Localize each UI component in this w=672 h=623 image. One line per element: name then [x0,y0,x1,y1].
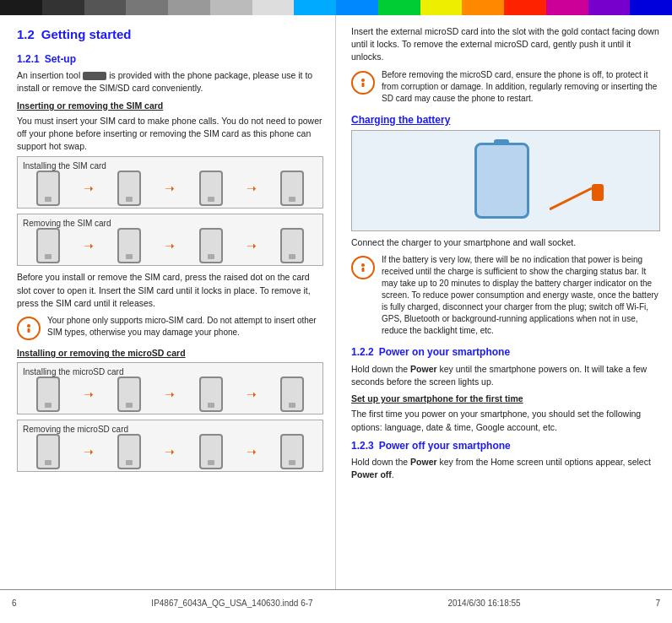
removing-sim-label: Removing the SIM card [23,218,111,230]
phone-icon-7 [199,228,223,263]
footer-datetime: 2014/6/30 16:18:55 [447,599,520,608]
section22-sub-text: The first time you power on your smartph… [351,408,660,433]
installing-sim-box: Installing the SIM card ➝ ➝ ➝ [17,156,323,209]
color-seg-16 [630,0,672,15]
section23-title: Power off your smartphone [379,439,511,453]
inserting-header: Inserting or removing the SIM card [17,100,323,112]
battery-tip-text: If the battery is very low, there will b… [382,254,660,337]
phone-icon-13 [36,434,60,469]
phone-icon-8 [280,228,304,263]
footer: 6 IP4867_6043A_QG_USA_140630.indd 6-7 20… [0,589,672,616]
right-column: Insert the external microSD card into th… [336,15,672,589]
phone-icon-6 [117,228,141,263]
color-seg-12 [462,0,504,15]
color-seg-2 [42,0,84,15]
removing-microsd-box: Removing the microSD card ➝ ➝ ➝ [17,420,323,472]
microsd-header: Installing or removing the microSD card [17,347,323,360]
arrow-10: ➝ [84,443,94,460]
svg-rect-7 [362,268,365,272]
tip-icon-3 [351,256,375,279]
info-icon [22,322,35,335]
arrow-7: ➝ [84,386,94,403]
section22-subheader: Set up your smartphone for the first tim… [351,393,660,405]
arrow-12: ➝ [247,443,257,460]
phone-icon-16 [280,434,304,469]
color-seg-15 [588,0,631,15]
page-number-left: 6 [12,599,17,608]
svg-point-6 [361,263,365,267]
svg-rect-1 [28,328,30,333]
installing-microsd-box: Installing the microSD card ➝ ➝ ➝ [17,362,323,414]
arrow-5: ➝ [165,237,175,254]
section23-number: 1.2.3 [351,439,374,453]
color-seg-7 [252,0,295,15]
phone-icon-10 [117,377,141,412]
left-column: 1.2 Getting started 1.2.1 Set-up An inse… [0,15,336,589]
arrow-6: ➝ [247,237,257,254]
setup-text: An insertion tool is provided with the p… [17,69,323,95]
arrow-11: ➝ [165,443,175,460]
svg-rect-3 [362,83,365,87]
section22-title: Power on your smartphone [379,345,510,360]
main-content: 1.2 Getting started 1.2.1 Set-up An inse… [0,15,672,589]
phone-icon-14 [117,434,141,469]
color-bar [0,0,672,15]
color-seg-11 [420,0,463,15]
page-number-right: 7 [655,599,660,608]
svg-point-2 [361,79,365,82]
phone-icon-15 [199,434,223,469]
tip-box-2: Before removing the microSD card, ensure… [351,69,660,108]
section22-number: 1.2.2 [351,345,374,360]
color-seg-13 [504,0,546,15]
section-number: 1.2 [17,25,35,44]
tip-icon-2 [351,71,375,95]
installing-sim-label: Installing the SIM card [23,160,106,173]
color-seg-4 [126,0,168,15]
info-icon-2 [356,76,370,89]
tip-box-1: Your phone only supports micro-SIM card.… [17,315,323,342]
color-seg-1 [0,0,42,15]
phone-icon-4 [280,171,304,206]
section23-text: Hold down the Power key from the Home sc… [351,456,660,481]
svg-rect-5 [592,184,604,201]
charger-cable-svg [550,184,617,218]
arrow-2: ➝ [165,180,175,197]
section-title: Getting started [41,25,132,44]
phone-icon-2 [117,171,141,206]
color-seg-9 [336,0,378,15]
info-icon-3 [356,261,370,274]
phone-icon-9 [36,377,60,412]
microsd-insert-text: Insert the external microSD card into th… [351,25,660,64]
phone-icon-12 [280,377,304,412]
color-seg-14 [546,0,588,15]
color-seg-8 [294,0,336,15]
charger-connect-text: Connect the charger to your smartphone a… [351,236,660,249]
arrow-4: ➝ [84,237,94,254]
color-seg-6 [210,0,252,15]
sim-card-text: Before you install or remove the SIM car… [17,271,323,310]
color-seg-5 [168,0,210,15]
tip-box-3: If the battery is very low, there will b… [351,254,660,340]
microsd-tip-text: Before removing the microSD card, ensure… [382,69,660,105]
section22-text: Hold down the Power key until the smartp… [351,363,660,388]
arrow-8: ➝ [165,386,175,403]
tip-icon-1 [17,317,41,340]
phone-icon-3 [199,171,223,206]
color-seg-3 [84,0,127,15]
inserting-text: You must insert your SIM card to make ph… [17,115,323,154]
phone-icon-1 [36,171,60,206]
arrow-9: ➝ [247,386,257,403]
charging-header: Charging the battery [351,113,660,127]
subsection-title: Set-up [45,52,76,67]
footer-filename: IP4867_6043A_QG_USA_140630.indd 6-7 [151,599,312,608]
page-wrapper: 1.2 Getting started 1.2.1 Set-up An inse… [0,0,672,616]
arrow-3: ➝ [247,180,257,197]
phone-icon-5 [36,228,60,263]
svg-line-4 [550,188,592,209]
svg-point-0 [27,324,30,328]
tip-text-1: Your phone only supports micro-SIM card.… [47,315,323,339]
color-seg-10 [378,0,420,15]
removing-sim-box: Removing the SIM card ➝ ➝ ➝ [17,214,323,266]
arrow-1: ➝ [84,180,94,197]
battery-image [351,130,660,231]
